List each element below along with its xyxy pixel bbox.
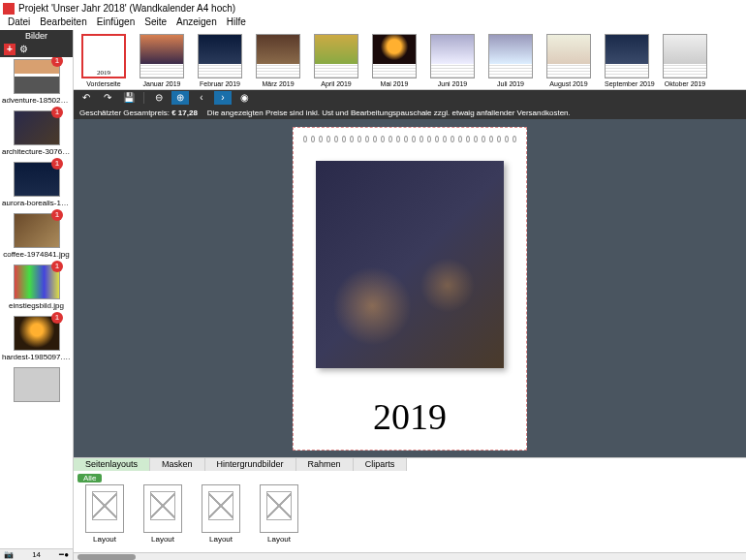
month-thumb[interactable] [546,34,591,78]
month-label: Mai 2019 [372,80,417,87]
layout-item[interactable]: Layout [256,484,302,550]
zoom-slider[interactable]: ━● [59,550,69,559]
month-thumb[interactable] [140,34,184,78]
tab-hintergrundbilder[interactable]: Hintergrundbilder [205,458,296,471]
layout-scrollbar[interactable] [74,552,746,560]
menu-seite[interactable]: Seite [140,16,171,30]
usage-badge: 1 [51,107,63,118]
sidebar-footer: 📷 14 ━● [0,548,73,560]
price-label: Geschätzter Gesamtpreis: [79,109,170,117]
prev-page-button[interactable]: ‹ [193,91,210,105]
titlebar: Projekt 'Unser Jahr 2018' (Wandkalender … [0,0,746,16]
month-item[interactable]: März 2019 [256,34,300,85]
price-value: € 17,28 [171,109,198,117]
month-thumb[interactable] [372,34,417,78]
tab-rahmen[interactable]: Rahmen [296,458,354,471]
editor-toolbar: ↶ ↷ 💾 ⊖ ⊕ ‹ › ◉ [74,90,746,106]
redo-button[interactable]: ↷ [99,91,116,105]
image-label: adventure-1850239... [2,96,71,105]
image-item[interactable]: 1 aurora-borealis-183... [2,162,71,207]
zoom-out-button[interactable]: ⊖ [150,91,168,105]
month-label: Oktober 2019 [663,80,707,87]
app-icon [3,3,15,15]
image-label: aurora-borealis-183... [2,199,71,207]
month-item[interactable]: Juli 2019 [488,34,533,85]
month-thumb[interactable] [488,34,533,78]
canvas-area[interactable]: 2019 [74,119,746,457]
month-thumb[interactable] [430,34,475,78]
image-item[interactable]: 1 architecture-307668... [2,110,71,156]
undo-button[interactable]: ↶ [78,91,95,105]
image-thumb[interactable] [14,367,60,402]
tab-seitenlayouts[interactable]: Seitenlayouts [74,458,150,471]
month-thumb[interactable]: 2019 [81,34,126,78]
add-image-button[interactable]: + [4,44,16,55]
menu-anzeigen[interactable]: Anzeigen [172,16,221,30]
month-thumb[interactable] [663,34,707,78]
tab-cliparts[interactable]: Cliparts [354,458,408,471]
next-page-button[interactable]: › [214,91,232,105]
settings-button[interactable]: ⚙ [19,44,31,55]
month-label: Februar 2019 [198,80,242,87]
cover-year[interactable]: 2019 [301,395,518,438]
image-label: einstiegsbild.jpg [2,301,71,310]
month-label: Juli 2019 [488,80,533,87]
image-item[interactable]: 1 coffee-1974841.jpg [2,213,71,259]
preview-button[interactable]: ◉ [235,91,253,105]
month-item[interactable]: September 2019 [605,34,649,85]
usage-badge: 1 [51,261,63,272]
camera-icon: 📷 [4,550,14,559]
month-item[interactable]: Oktober 2019 [663,34,707,85]
calendar-page[interactable]: 2019 [293,127,527,451]
layout-thumb[interactable] [260,484,298,533]
sidebar-tools: + ⚙ [0,42,73,57]
image-item[interactable]: 1 adventure-1850239... [2,59,71,105]
price-bar: Geschätzter Gesamtpreis: € 17,28 Die ang… [74,106,746,119]
images-list: 1 adventure-1850239... 1 architecture-30… [0,57,73,548]
month-item[interactable]: April 2019 [314,34,358,85]
image-label: coffee-1974841.jpg [2,250,71,259]
filter-bar: Alle [74,471,746,482]
month-item[interactable]: Juni 2019 [430,34,475,85]
cover-image[interactable] [316,161,504,368]
menubar: Datei Bearbeiten Einfügen Seite Anzeigen… [0,16,746,30]
month-item[interactable]: Januar 2019 [140,34,184,85]
month-label: August 2019 [546,80,591,87]
usage-badge: 1 [51,158,63,170]
month-label: April 2019 [314,80,358,87]
spiral-binding [301,136,518,143]
month-item[interactable]: Mai 2019 [372,34,417,85]
layout-label: Layout [140,535,186,544]
month-thumb[interactable] [198,34,242,78]
month-item[interactable]: Februar 2019 [198,34,242,85]
tab-masken[interactable]: Masken [150,458,205,471]
zoom-in-button[interactable]: ⊕ [171,91,189,105]
layout-item[interactable]: Layout [81,484,128,550]
month-thumb[interactable] [256,34,300,78]
month-item[interactable]: August 2019 [546,34,591,85]
menu-einfuegen[interactable]: Einfügen [93,16,139,30]
images-sidebar: Bilder + ⚙ 1 adventure-1850239... 1 arch… [0,30,74,560]
layout-label: Layout [198,535,244,544]
menu-bearbeiten[interactable]: Bearbeiten [36,16,90,30]
month-thumb[interactable] [605,34,649,78]
layout-thumb[interactable] [202,484,240,533]
layout-item[interactable]: Layout [198,484,244,550]
month-item[interactable]: 2019 Vorderseite [81,34,126,85]
month-label: September 2019 [605,80,649,87]
layout-thumb[interactable] [85,484,124,533]
menu-datei[interactable]: Datei [4,16,34,30]
menu-hilfe[interactable]: Hilfe [223,16,250,30]
image-item[interactable]: 1 einstiegsbild.jpg [2,264,71,310]
month-thumb[interactable] [314,34,358,78]
layout-item[interactable]: Layout [140,484,186,550]
usage-badge: 1 [51,57,63,67]
save-button[interactable]: 💾 [120,91,138,105]
price-note: Die angezeigten Preise sind inkl. Ust un… [207,109,571,117]
image-item[interactable] [2,367,71,404]
layout-label: Layout [81,535,128,544]
layout-thumb[interactable] [143,484,182,533]
filter-alle[interactable]: Alle [78,474,102,482]
usage-badge: 1 [51,209,63,221]
image-item[interactable]: 1 hardest-1985097.jpg [2,316,71,361]
